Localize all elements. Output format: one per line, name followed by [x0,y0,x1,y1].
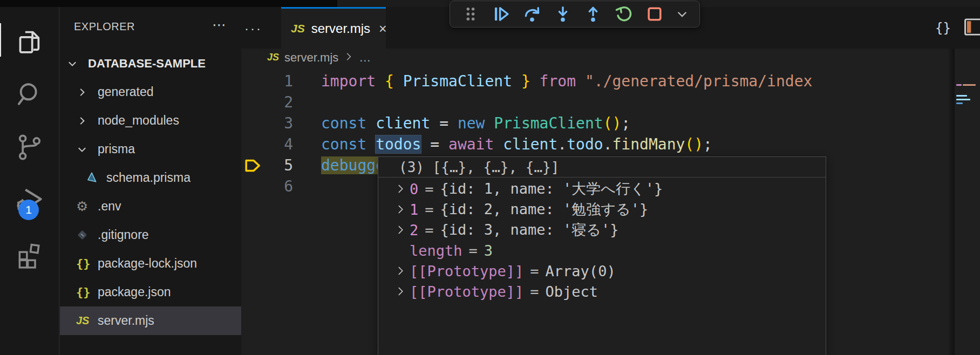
code-line-4[interactable]: 4const todos = await client.todo.findMan… [241,134,980,155]
chev-down-icon [76,144,96,155]
tree-item-package.json[interactable]: {}package.json [60,278,241,306]
gutter[interactable]: 5 [241,155,321,176]
code-line-3[interactable]: 3const client = new PrismaClient(); [241,113,980,134]
step-into-button[interactable] [552,3,574,25]
breadcrumb[interactable]: JS server.mjs … [241,49,980,66]
expand-chevron-icon[interactable] [391,224,410,235]
breadcrumb-file[interactable]: server.mjs [284,51,338,65]
tree-item-DATABASE-SAMPLE[interactable]: DATABASE-SAMPLE [60,49,241,78]
tree-item-server.mjs[interactable]: JSserver.mjs [60,306,241,335]
code-token: from [530,72,585,90]
explorer-sidebar: EXPLORER ⋯ DATABASE-SAMPLEgeneratednode_… [60,7,241,355]
gutter[interactable]: 1 [241,71,321,92]
code-token: . [603,135,612,153]
tree-item-generated[interactable]: generated [60,78,241,106]
debug-session-dropdown-icon[interactable] [675,3,690,25]
code-token: ; [703,135,712,153]
more-actions-icon[interactable]: ⋯ [212,17,227,33]
chev-down-icon [66,58,86,70]
file-label: server.mjs [98,313,154,328]
tab-close-icon[interactable]: × [379,21,387,37]
tab-server-mjs[interactable]: JS server.mjs × [281,7,386,49]
braces-action-icon[interactable]: {} [935,21,951,36]
equals-sign: = [523,283,545,300]
expand-chevron-icon[interactable] [391,286,410,297]
variable-row-[[Prototype]][interactable]: [[Prototype]]=Array(0) [378,261,826,281]
file-label: .gitignore [98,228,149,242]
variable-row-2[interactable]: 2={id: 3, name: '寝る'} [378,220,826,240]
chev-right-icon [76,115,96,127]
step-over-button[interactable] [521,3,543,25]
expand-chevron-icon[interactable] [391,183,410,194]
file-label: prisma [98,142,135,156]
file-label: .env [98,199,121,214]
code-text: const todos = await client.todo.findMany… [321,134,712,155]
file-label: package.json [98,285,171,299]
tree-item-schema.prisma[interactable]: schema.prisma [60,163,241,192]
code-token: ) [694,135,703,153]
variable-row-0[interactable]: 0={id: 1, name: '大学へ行く'} [378,179,826,199]
code-text: import { PrismaClient } from "./generate… [321,71,812,92]
expand-chevron-icon[interactable] [391,204,410,215]
code-token: new [458,114,494,132]
code-token: ) [612,114,621,132]
js-file-icon: JS [291,22,305,35]
variable-name: length [410,242,462,259]
code-token: client [376,114,430,132]
tree-item-node_modules[interactable]: node_modules [60,106,241,135]
editor-actions: {} [935,7,980,49]
js-icon: JS [76,315,96,327]
equals-sign: = [418,181,440,197]
drag-grip-icon[interactable] [460,3,481,25]
explorer-header: EXPLORER ⋯ [60,7,241,46]
source-control-icon [15,132,45,162]
sidebar-item-source-control[interactable] [0,122,59,172]
step-out-button[interactable] [582,3,604,25]
tree-item-.env[interactable]: ⚙.env [60,192,241,221]
continue-button[interactable] [491,3,512,25]
equals-sign: = [462,242,484,259]
braces-icon: {} [76,285,96,299]
code-token: PrismaClient [394,72,521,90]
sidebar-item-extensions[interactable] [0,230,59,280]
breadcrumb-more[interactable]: … [359,51,371,65]
split-editor-icon[interactable] [964,18,980,38]
code-token: todos [376,135,421,153]
variable-name: 0 [410,181,418,197]
gutter[interactable]: 4 [241,134,321,155]
file-tree: DATABASE-SAMPLEgeneratednode_modulespris… [60,49,241,335]
gutter[interactable]: 6 [241,176,321,197]
code-line-2[interactable]: 2 [241,92,980,113]
code-token: const [321,135,376,153]
code-line-1[interactable]: 1import { PrismaClient } from "./generat… [241,71,980,92]
gutter[interactable]: 3 [241,113,321,134]
expand-chevron-icon[interactable] [391,265,410,276]
variable-row-length[interactable]: length=3 [378,240,826,261]
variable-row-[[Prototype]][interactable]: [[Prototype]]=Object [378,281,826,302]
code-token: . [557,135,567,153]
variable-value: 3 [484,242,493,259]
sidebar-item-search[interactable] [0,70,59,119]
tree-item-.gitignore[interactable]: .gitignore [60,221,241,249]
variable-value: {id: 1, name: '大学へ行く'} [440,179,663,199]
tree-item-prisma[interactable]: prisma [60,135,241,163]
sidebar-item-explorer[interactable] [0,17,59,66]
minimap[interactable] [955,49,980,355]
equals-sign: = [418,222,440,238]
extensions-icon [15,240,45,270]
file-label: node_modules [98,113,179,128]
file-label: package-lock.json [98,256,197,271]
variable-value: {id: 2, name: '勉強する'} [440,200,649,219]
restart-button[interactable] [613,3,635,25]
code-text: const client = new PrismaClient(); [321,113,630,134]
code-token: ( [685,135,694,153]
line-number: 5 [284,155,293,176]
gutter[interactable]: 2 [241,92,321,113]
file-label: schema.prisma [106,170,190,185]
tree-item-package-lock.json[interactable]: {}package-lock.json [60,249,241,278]
tab-overflow-dots[interactable]: ··· [244,21,262,36]
variable-name: 1 [410,201,418,218]
variable-row-1[interactable]: 1={id: 2, name: '勉強する'} [378,199,826,220]
sidebar-item-run-debug[interactable]: 1 [0,175,59,225]
stop-button[interactable] [644,3,665,25]
